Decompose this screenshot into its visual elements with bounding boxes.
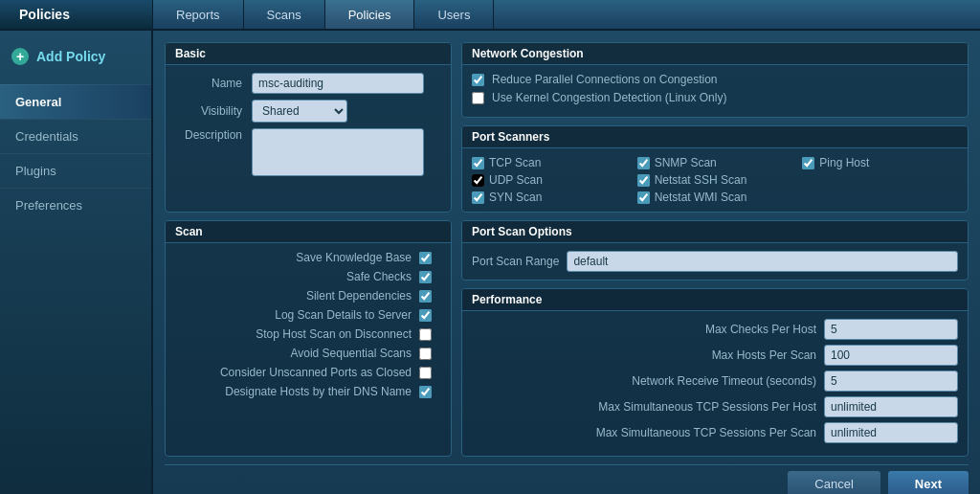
scan-item-4: Stop Host Scan on Disconnect [175, 327, 441, 341]
network-congestion-item-0: Reduce Parallel Connections on Congestio… [472, 73, 958, 86]
udp-scan-item: UDP Scan [472, 173, 628, 187]
nav-items: Reports Scans Policies Users [153, 0, 494, 29]
max-tcp-host-label: Max Simultaneous TCP Sessions Per Host [472, 400, 816, 414]
cancel-button[interactable]: Cancel [788, 471, 880, 494]
top-navigation: Policies Reports Scans Policies Users [0, 0, 980, 31]
log-scan-details-label: Log Scan Details to Server [275, 308, 412, 322]
port-scan-options-section: Port Scan Options Port Scan Range [461, 220, 969, 281]
perf-row-1: Max Hosts Per Scan [472, 345, 958, 366]
silent-dependencies-checkbox[interactable] [419, 290, 432, 303]
unscanned-ports-label: Consider Unscanned Ports as Closed [220, 366, 412, 379]
syn-scan-checkbox[interactable] [472, 191, 484, 204]
safe-checks-checkbox[interactable] [419, 271, 432, 283]
port-scanners-title: Port Scanners [462, 126, 968, 148]
nav-item-reports[interactable]: Reports [153, 0, 244, 29]
udp-scan-checkbox[interactable] [472, 174, 484, 187]
main-layout: + Add Policy General Credentials Plugins… [0, 31, 980, 494]
network-congestion-item-1: Use Kernel Congestion Detection (Linux O… [472, 91, 958, 104]
netstat-wmi-label: Netstat WMI Scan [655, 191, 747, 204]
snmp-scan-checkbox[interactable] [637, 157, 650, 169]
sidebar-item-credentials[interactable]: Credentials [0, 119, 151, 153]
network-congestion-body: Reduce Parallel Connections on Congestio… [462, 65, 968, 117]
name-label: Name [175, 77, 252, 90]
port-scanners-body: TCP Scan SNMP Scan Ping Host [462, 148, 968, 212]
port-scanners-section: Port Scanners TCP Scan SNMP Scan [461, 125, 969, 213]
log-scan-details-checkbox[interactable] [419, 309, 432, 322]
visibility-row: Visibility Shared Private [175, 100, 441, 123]
ping-host-label: Ping Host [819, 156, 869, 169]
name-input[interactable] [252, 73, 424, 94]
kernel-congestion-label: Use Kernel Congestion Detection (Linux O… [492, 91, 726, 104]
app-title: Policies [0, 0, 153, 29]
visibility-select[interactable]: Shared Private [252, 100, 347, 123]
avoid-sequential-label: Avoid Sequential Scans [290, 347, 412, 360]
bottom-row: Scan Save Knowledge Base Safe Checks Sil… [165, 220, 969, 457]
port-scan-range-label: Port Scan Range [472, 255, 559, 268]
unscanned-ports-checkbox[interactable] [419, 367, 432, 379]
network-congestion-title: Network Congestion [462, 43, 968, 65]
scan-item-2: Silent Dependencies [175, 289, 441, 303]
footer: Cancel Next [165, 464, 969, 494]
description-input[interactable] [252, 128, 424, 176]
ping-host-checkbox[interactable] [802, 157, 814, 169]
perf-row-3: Max Simultaneous TCP Sessions Per Host [472, 396, 958, 417]
placeholder-1 [802, 173, 958, 187]
tcp-scan-item: TCP Scan [472, 156, 628, 169]
network-timeout-input[interactable] [824, 370, 958, 392]
right-panel-top: Network Congestion Reduce Parallel Conne… [461, 42, 969, 213]
max-tcp-scan-input[interactable] [824, 422, 958, 443]
visibility-label: Visibility [175, 104, 252, 118]
sidebar-item-general[interactable]: General [0, 84, 151, 119]
perf-row-4: Max Simultaneous TCP Sessions Per Scan [472, 422, 958, 443]
scan-item-1: Safe Checks [175, 270, 441, 283]
add-policy-label: Add Policy [36, 49, 105, 64]
scan-section-title: Scan [166, 221, 451, 243]
nav-item-users[interactable]: Users [414, 0, 494, 29]
max-checks-label: Max Checks Per Host [472, 323, 816, 336]
sidebar-item-preferences[interactable]: Preferences [0, 188, 151, 222]
description-label: Description [175, 128, 252, 142]
stop-host-scan-checkbox[interactable] [419, 328, 432, 341]
kernel-congestion-checkbox[interactable] [472, 92, 484, 104]
nav-item-scans[interactable]: Scans [244, 0, 325, 29]
sidebar-item-plugins[interactable]: Plugins [0, 153, 151, 188]
scan-item-6: Consider Unscanned Ports as Closed [175, 366, 441, 379]
scan-item-5: Avoid Sequential Scans [175, 347, 441, 360]
content-area: Basic Name Visibility Shared Private [153, 31, 980, 494]
network-congestion-section: Network Congestion Reduce Parallel Conne… [461, 42, 969, 118]
netstat-wmi-item: Netstat WMI Scan [637, 191, 793, 204]
placeholder-2 [802, 191, 958, 204]
safe-checks-label: Safe Checks [346, 270, 412, 283]
add-policy-icon: + [11, 48, 29, 65]
netstat-ssh-checkbox[interactable] [637, 174, 650, 187]
perf-row-0: Max Checks Per Host [472, 319, 958, 340]
udp-scan-label: UDP Scan [489, 173, 543, 187]
max-tcp-host-input[interactable] [824, 396, 958, 417]
performance-section: Performance Max Checks Per Host Max Host… [461, 288, 969, 457]
top-row: Basic Name Visibility Shared Private [165, 42, 969, 213]
nav-item-policies[interactable]: Policies [325, 0, 415, 29]
next-button[interactable]: Next [888, 471, 969, 494]
max-hosts-input[interactable] [824, 345, 958, 366]
stop-host-scan-label: Stop Host Scan on Disconnect [256, 327, 412, 341]
max-checks-input[interactable] [824, 319, 958, 340]
save-knowledge-base-checkbox[interactable] [419, 252, 432, 264]
max-tcp-scan-label: Max Simultaneous TCP Sessions Per Scan [472, 426, 816, 439]
tcp-scan-checkbox[interactable] [472, 157, 484, 169]
scan-section-body: Save Knowledge Base Safe Checks Silent D… [166, 243, 451, 412]
port-scan-range-row: Port Scan Range [472, 251, 958, 272]
snmp-scan-label: SNMP Scan [655, 156, 717, 169]
basic-section-title: Basic [166, 43, 451, 65]
avoid-sequential-checkbox[interactable] [419, 348, 432, 360]
syn-scan-item: SYN Scan [472, 191, 628, 204]
netstat-wmi-checkbox[interactable] [637, 191, 650, 204]
description-row: Description [175, 128, 441, 176]
designate-hosts-checkbox[interactable] [419, 386, 432, 398]
reduce-parallel-checkbox[interactable] [472, 74, 484, 86]
port-scan-range-input[interactable] [567, 251, 958, 272]
add-policy-button[interactable]: + Add Policy [0, 40, 151, 73]
syn-scan-label: SYN Scan [489, 191, 542, 204]
netstat-ssh-label: Netstat SSH Scan [655, 173, 747, 187]
port-scan-options-body: Port Scan Range [462, 243, 968, 280]
designate-hosts-label: Designate Hosts by their DNS Name [225, 385, 412, 398]
